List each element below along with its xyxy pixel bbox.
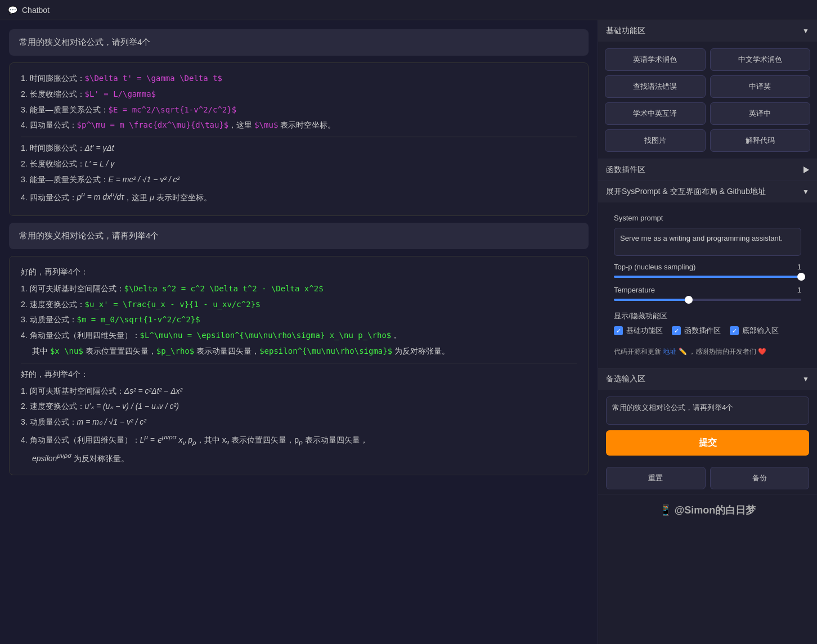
intro-text-2: 好的，再列举4个： [21,368,577,381]
app-title: Chatbot [22,6,50,15]
alt-input-header[interactable]: 备选输入区 ▼ [598,368,817,390]
system-prompt-value[interactable]: Serve me as a writing and programming as… [614,228,801,256]
checkbox-basic[interactable]: ✓ 基础功能区 [614,326,663,336]
formula-item-2-raw: 2. 长度收缩公式：$L' = L/\gamma$ [21,88,577,101]
reset-button[interactable]: 重置 [606,467,706,489]
checkbox-row: ✓ 基础功能区 ✓ 函数插件区 ✓ 底部输入区 [614,326,801,336]
top-p-row: Top-p (nucleus sampling) 1 [614,263,801,271]
btn-en-to-zh[interactable]: 英译中 [710,102,811,125]
alt-input-box[interactable]: 常用的狭义相对论公式，请再列举4个 [606,397,809,425]
btn-explain-code[interactable]: 解释代码 [710,129,811,152]
btn-english-polish[interactable]: 英语学术润色 [605,48,706,71]
intro-text: 好的，再列举4个： [21,265,577,279]
visibility-label: 显示/隐藏功能区 [614,311,801,321]
checkbox-bottom-box: ✓ [730,326,739,335]
user-message-1: 常用的狭义相对论公式，请列举4个 [9,29,589,56]
basic-functions-section: 基础功能区 ▼ 英语学术润色 中文学术润色 查找语法错误 中译英 学术中英互译 … [598,20,817,159]
formula-item-1-rendered: 1. 时间膨胀公式：Δt′ = γΔt [21,142,577,155]
formula2-item-3-rendered: 3. 动质量公式：m = m₀ / √1 − v² / c² [21,416,577,429]
temperature-track[interactable] [614,299,801,301]
copy-button[interactable]: 备份 [710,467,810,489]
basic-functions-title: 基础功能区 [606,26,645,36]
formula2-item-4-rendered: 4. 角动量公式（利用四维矢量）：Lμ = ϵμνρσ xν pρ，其中 xν … [21,431,577,448]
plugin-section: 函数插件区 [598,159,817,181]
formula2-item-4-raw: 4. 角动量公式（利用四维矢量）：$L^\mu\nu = \epsilon^{\… [21,329,577,343]
alt-input-arrow: ▼ [802,375,809,383]
alt-input-title: 备选输入区 [606,374,645,384]
top-p-label: Top-p (nucleus sampling) [614,263,785,271]
assistant-message-2: 好的，再列举4个： 1. 闵可夫斯基时空间隔公式：$\Delta s^2 = c… [9,256,589,475]
formula2-item-3-raw: 3. 动质量公式：$m = m_0/\sqrt{1-v^2/c^2}$ [21,313,577,327]
pencil-icon: ✏️ [679,348,687,355]
chat-icon: 💬 [8,6,17,15]
basic-functions-arrow: ▼ [802,27,809,35]
temperature-label: Temperature [614,286,785,294]
checkbox-plugin[interactable]: ✓ 函数插件区 [672,326,721,336]
formula-item-4-raw: 4. 四动量公式：$p^\mu = m \frac{dx^\mu}{d\tau}… [21,119,577,132]
formula2-item-1-rendered: 1. 闵可夫斯基时空间隔公式：Δs² = c²Δt² − Δx² [21,385,577,398]
temperature-row: Temperature 1 [614,286,801,294]
visibility-section: 显示/隐藏功能区 ✓ 基础功能区 ✓ 函数插件区 ✓ 底部输入区 [606,307,809,343]
footer-links: 代码开源和更新 地址 ✏️ ，感谢热情的开发者们 ❤️ [606,343,809,361]
top-p-thumb[interactable] [797,273,805,281]
checkbox-bottom-label: 底部输入区 [742,326,779,336]
sidebar: 基础功能区 ▼ 英语学术润色 中文学术润色 查找语法错误 中译英 学术中英互译 … [598,20,817,644]
user-message-2: 常用的狭义相对论公式，请再列举4个 [9,223,589,249]
submit-button[interactable]: 提交 [606,430,809,456]
system-prompt-label: System prompt [606,209,809,224]
watermark: 📱 @Simon的白日梦 [598,494,817,526]
basic-functions-grid: 英语学术润色 中文学术润色 查找语法错误 中译英 学术中英互译 英译中 找图片 … [598,42,817,159]
main-layout: 常用的狭义相对论公式，请列举4个 1. 时间膨胀公式：$\Delta t' = … [0,20,817,644]
temperature-thumb[interactable] [685,296,693,304]
checkbox-basic-label: 基础功能区 [626,326,663,336]
btn-chinese-polish[interactable]: 中文学术润色 [710,48,811,71]
basic-functions-header[interactable]: 基础功能区 ▼ [598,20,817,42]
btn-academic-translate[interactable]: 学术中英互译 [605,102,706,125]
formula-item-3-rendered: 3. 能量—质量关系公式：E = mc² / √1 − v² / c² [21,173,577,187]
formula-item-4-rendered: 4. 四动量公式：pμ = m dxμ/dτ，这里 μ 表示时空坐标。 [21,189,577,204]
app-header: 💬 Chatbot [0,0,817,20]
footer-link[interactable]: 地址 [663,348,676,355]
sysprompt-header[interactable]: 展开SysPrompt & 交互界面布局 & Github地址 ▼ [598,181,817,202]
btn-find-image[interactable]: 找图片 [605,129,706,152]
formula2-extra-rendered: epsilonμνρσ 为反对称张量。 [32,450,577,465]
checkbox-plugin-box: ✓ [672,326,681,335]
checkbox-basic-box: ✓ [614,326,623,335]
footer-text: 代码开源和更新 [614,348,661,355]
btn-grammar-check[interactable]: 查找语法错误 [605,75,706,98]
top-p-value: 1 [790,263,801,271]
sysprompt-title: 展开SysPrompt & 交互界面布局 & Github地址 [606,187,766,197]
formula2-item-2-raw: 2. 速度变换公式：$u_x' = \frac{u_x - v}{1 - u_x… [21,298,577,312]
bottom-row: 重置 备份 [598,462,817,494]
temperature-section: Temperature 1 [606,283,809,307]
footer-thanks: ，感谢热情的开发者们 [689,348,756,355]
plugin-header[interactable]: 函数插件区 [598,159,817,181]
temperature-value: 1 [790,286,801,294]
temperature-fill [614,299,689,301]
top-p-fill [614,276,801,278]
plugin-arrow-icon [803,166,809,173]
formula-item-3-raw: 3. 能量—质量关系公式：$E = mc^2/\sqrt{1-v^2/c^2}$ [21,103,577,117]
formula2-item-1-raw: 1. 闵可夫斯基时空间隔公式：$\Delta s^2 = c^2 \Delta … [21,282,577,296]
heart-icon: ❤️ [758,348,766,355]
chat-area[interactable]: 常用的狭义相对论公式，请列举4个 1. 时间膨胀公式：$\Delta t' = … [0,20,598,644]
plugin-title: 函数插件区 [606,165,645,175]
sysprompt-section: 展开SysPrompt & 交互界面布局 & Github地址 ▼ System… [598,181,817,368]
assistant-message-1: 1. 时间膨胀公式：$\Delta t' = \gamma \Delta t$ … [9,62,589,216]
top-p-section: Top-p (nucleus sampling) 1 [606,260,809,283]
formula2-item-2-rendered: 2. 速度变换公式：u′ₓ = (uₓ − v) / (1 − uₓv / c²… [21,400,577,413]
checkbox-plugin-label: 函数插件区 [684,326,721,336]
sysprompt-arrow: ▼ [802,188,809,196]
sysprompt-body: System prompt Serve me as a writing and … [598,202,817,368]
formula-item-2-rendered: 2. 长度收缩公式：L′ = L / γ [21,157,577,171]
top-p-track[interactable] [614,276,801,278]
watermark-text: @Simon的白日梦 [675,505,756,516]
formula2-extra-raw: 其中 $x \nu$ 表示位置置四矢量，$p_\rho$ 表示动量四矢量，$ep… [32,345,577,358]
formula-item-1-raw: 1. 时间膨胀公式：$\Delta t' = \gamma \Delta t$ [21,72,577,85]
alt-input-body: 常用的狭义相对论公式，请再列举4个 提交 [598,390,817,462]
weibo-icon: 📱 [659,505,672,516]
alt-input-section: 备选输入区 ▼ 常用的狭义相对论公式，请再列举4个 提交 重置 备份 [598,368,817,494]
btn-zh-to-en[interactable]: 中译英 [710,75,811,98]
checkbox-bottom[interactable]: ✓ 底部输入区 [730,326,779,336]
